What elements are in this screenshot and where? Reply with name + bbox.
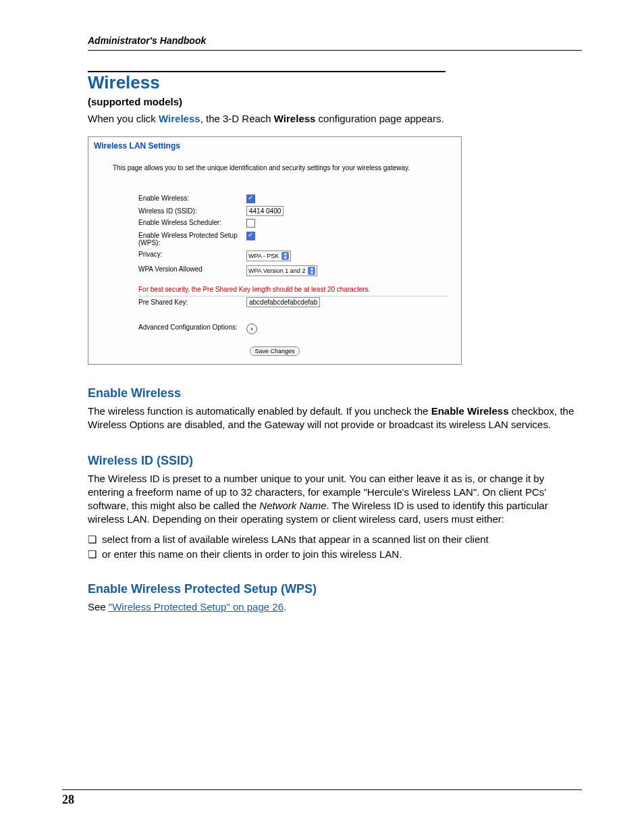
dropdown-arrows-icon: ▲▼ — [308, 267, 315, 275]
intro-paragraph: When you click Wireless, the 3-D Reach W… — [88, 113, 582, 124]
ew-text-pre: The wireless function is automatically e… — [88, 405, 431, 417]
scheduler-label: Enable Wireless Scheduler: — [138, 219, 246, 226]
wps-see-post: . — [284, 601, 286, 613]
psk-input[interactable]: abcdefabcdefabcdefab — [246, 297, 320, 307]
dropdown-arrows-icon: ▲▼ — [281, 252, 289, 260]
advanced-label: Advanced Configuration Options: — [138, 323, 246, 331]
psk-label: Pre Shared Key: — [138, 298, 246, 306]
ssid-heading: Wireless ID (SSID) — [88, 454, 582, 468]
header-rule — [88, 50, 582, 51]
wps-label: Enable Wireless Protected Setup (WPS): — [138, 232, 246, 246]
list-item: select from a list of available wireless… — [88, 533, 582, 546]
intro-mid: , the 3-D Reach — [200, 113, 274, 124]
privacy-value: WPA - PSK — [248, 253, 279, 259]
wps-checkbox[interactable] — [246, 232, 255, 240]
wps-see-pre: See — [88, 601, 109, 613]
running-header: Administrator's Handbook — [88, 35, 582, 46]
settings-panel: Wireless LAN Settings This page allows y… — [88, 136, 462, 365]
privacy-label: Privacy: — [138, 251, 246, 258]
advanced-expand-icon[interactable]: › — [246, 323, 257, 334]
fields-container: Enable Wireless: Wireless ID (SSID): 441… — [138, 194, 449, 334]
wpa-version-value: WPA Version 1 and 2 — [248, 267, 305, 274]
page-number: 28 — [62, 793, 582, 807]
intro-bold: Wireless — [274, 113, 316, 124]
panel-title: Wireless LAN Settings — [88, 141, 461, 151]
save-button[interactable]: Save Changes — [250, 346, 299, 356]
wps-see-link[interactable]: "Wireless Protected Setup" on page 26 — [109, 601, 284, 613]
privacy-select[interactable]: WPA - PSK ▲▼ — [246, 251, 291, 261]
list-item: or enter this name on their clients in o… — [88, 548, 582, 561]
ssid-bullet-list: select from a list of available wireless… — [88, 533, 582, 561]
wireless-link[interactable]: Wireless — [159, 113, 200, 124]
enable-wireless-text: The wireless function is automatically e… — [88, 405, 582, 432]
ssid-paragraph: The Wireless ID is preset to a number un… — [88, 472, 582, 527]
ssid-input[interactable]: 4414 0400 — [246, 206, 284, 216]
intro-post: configuration page appears. — [315, 113, 444, 124]
psk-warning: For best security, the Pre Shared Key le… — [138, 286, 449, 293]
wpa-version-label: WPA Version Allowed — [138, 265, 246, 273]
wps-heading: Enable Wireless Protected Setup (WPS) — [88, 582, 582, 596]
ew-text-bold: Enable Wireless — [431, 405, 509, 417]
page-title: Wireless — [88, 72, 582, 93]
page-subtitle: (supported models) — [88, 96, 582, 107]
scheduler-checkbox[interactable] — [246, 219, 255, 228]
enable-wireless-heading: Enable Wireless — [88, 386, 582, 400]
footer-rule — [62, 789, 582, 790]
enable-wireless-label: Enable Wireless: — [138, 194, 246, 202]
wpa-version-select[interactable]: WPA Version 1 and 2 ▲▼ — [246, 265, 317, 276]
panel-description: This page allows you to set the unique i… — [88, 164, 461, 172]
intro-pre: When you click — [88, 113, 159, 124]
wps-text: See "Wireless Protected Setup" on page 2… — [88, 600, 582, 614]
ssid-label: Wireless ID (SSID): — [138, 207, 246, 215]
ssid-p1-italic: Network Name — [259, 500, 326, 511]
enable-wireless-checkbox[interactable] — [246, 194, 255, 203]
